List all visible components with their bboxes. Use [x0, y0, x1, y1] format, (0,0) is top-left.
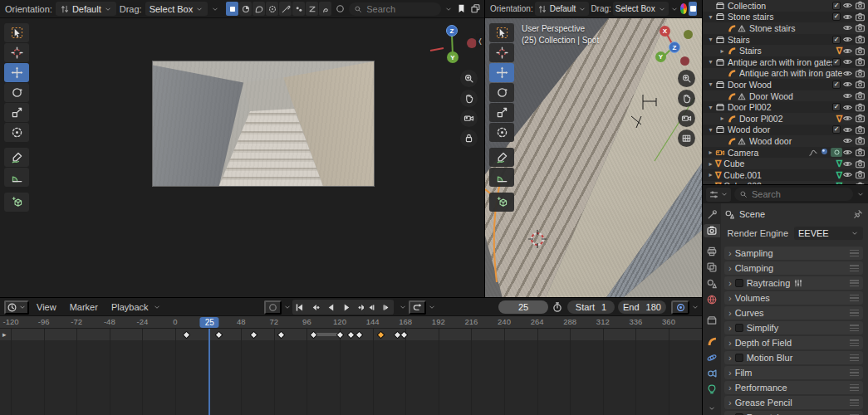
playhead-frame-badge[interactable]: 25	[200, 317, 219, 328]
gizmo-axis-z[interactable]: Z	[669, 42, 680, 53]
loop-button[interactable]	[409, 300, 426, 315]
render-visibility-icon[interactable]	[855, 135, 866, 146]
render-visibility-icon[interactable]	[855, 0, 866, 11]
collection-checkbox[interactable]: ✓	[832, 36, 841, 44]
annotate-tool[interactable]	[4, 148, 29, 167]
panel-freestyle[interactable]: ›Freestyle	[724, 411, 863, 415]
move-tool[interactable]	[4, 63, 29, 82]
eye-icon[interactable]	[842, 46, 853, 56]
viewport-left-canvas[interactable]: Z Y ❬	[0, 18, 484, 297]
add-cube-tool[interactable]	[489, 193, 514, 212]
gizmo-axis-y[interactable]: Y	[447, 51, 459, 63]
orientation-dropdown[interactable]: Default	[56, 2, 116, 16]
outliner-row[interactable]: ▸∇Cube.001∇	[703, 169, 868, 181]
measure-tool[interactable]	[4, 168, 29, 187]
add-cube-tool[interactable]	[4, 193, 29, 212]
nabla-green-icon[interactable]: ∇	[836, 159, 842, 168]
gizmo-axis-z[interactable]: Z	[446, 25, 458, 37]
camera-view-button[interactable]	[460, 110, 478, 127]
gizmo-axis-y-neg[interactable]	[684, 30, 693, 39]
render-visibility-icon[interactable]	[855, 68, 866, 79]
panel-drag-handle[interactable]	[850, 280, 859, 286]
rotate-tool[interactable]	[4, 83, 29, 102]
render-visibility-icon[interactable]	[855, 79, 866, 90]
render-visibility-icon[interactable]	[855, 46, 866, 56]
panel-motion-blur[interactable]: ›Motion Blur	[724, 351, 863, 364]
timeline-tracks[interactable]: ▸	[0, 329, 702, 415]
camera-view-button[interactable]	[678, 110, 695, 127]
select-box-tool[interactable]	[489, 23, 514, 42]
outliner-row[interactable]: Antique arch with iron gates	[703, 68, 868, 80]
object-mode-icon[interactable]	[226, 2, 238, 16]
timeline-ruler[interactable]: -120-96-72-48-24048729612014416819221624…	[0, 316, 702, 329]
menu-marker[interactable]: Marker	[64, 302, 104, 312]
eye-icon[interactable]	[842, 34, 853, 45]
render-visibility-icon[interactable]	[855, 12, 866, 22]
panel-grease-pencil[interactable]: ›Grease Pencil	[724, 396, 863, 409]
outliner-row[interactable]: Stone stairs	[703, 22, 868, 34]
eye-icon[interactable]	[842, 79, 853, 90]
panel-checkbox[interactable]	[735, 354, 743, 362]
particle-edit-mode-icon[interactable]	[306, 2, 318, 16]
timeline-editor-type-button[interactable]	[4, 300, 29, 315]
panel-drag-handle[interactable]	[850, 339, 859, 346]
tab-tool[interactable]	[704, 208, 720, 221]
outliner-row[interactable]: ▸∇Cube∇	[703, 158, 868, 169]
render-engine-dropdown[interactable]: EEVEE	[794, 227, 863, 240]
expander-open-icon[interactable]: ▾	[706, 126, 715, 134]
navigation-gizmo[interactable]: Z Y	[429, 20, 480, 71]
eye-icon[interactable]	[842, 12, 853, 22]
grid-button[interactable]	[678, 129, 695, 147]
playhead-line[interactable]	[208, 329, 210, 415]
pan-button[interactable]	[460, 90, 478, 107]
collection-checkbox[interactable]: ✓	[832, 81, 841, 89]
expander-closed-icon[interactable]: ▸	[706, 171, 715, 178]
keying-set-button[interactable]	[671, 300, 689, 315]
eye-icon[interactable]	[842, 56, 853, 67]
render-visibility-icon[interactable]	[855, 113, 866, 124]
expander-open-icon[interactable]: ▾	[706, 13, 715, 21]
vertex-paint-mode-icon[interactable]	[266, 2, 278, 16]
expander-closed-icon[interactable]: ▸	[718, 115, 727, 122]
pose-mode-icon[interactable]	[319, 2, 331, 16]
panel-drag-handle[interactable]	[850, 354, 859, 361]
frame-prev-button[interactable]	[364, 300, 378, 315]
eye-icon[interactable]	[842, 22, 853, 33]
nabla-orange-icon[interactable]: ∇	[836, 115, 842, 123]
panel-checkbox[interactable]	[735, 324, 743, 332]
panel-depth-of-field[interactable]: ›Depth of Field	[724, 336, 863, 349]
end-frame-field[interactable]: End 180	[618, 300, 666, 314]
eye-icon[interactable]	[842, 135, 853, 146]
proportional-falloff-icon[interactable]	[335, 3, 346, 14]
outliner-row[interactable]: ▾Wood door✓	[703, 124, 868, 136]
viewport-search[interactable]	[349, 2, 441, 16]
expander-open-icon[interactable]: ▾	[706, 81, 715, 88]
render-visibility-icon[interactable]	[855, 124, 866, 135]
texture-mode-icon[interactable]	[239, 2, 252, 16]
auto-keying-button[interactable]	[264, 300, 282, 315]
render-visibility-icon[interactable]	[855, 169, 866, 180]
gizmo-axis-y[interactable]: Y	[655, 51, 666, 62]
chevron-down-icon[interactable]	[856, 190, 865, 198]
sidebar-collapse-arrow[interactable]: ❬	[476, 33, 484, 48]
rotate-tool[interactable]	[489, 83, 514, 102]
jump-to-prev-keyframe-button[interactable]	[308, 300, 322, 315]
collection-checkbox[interactable]: ✓	[832, 12, 841, 21]
panel-sampling[interactable]: ›Sampling	[724, 247, 863, 260]
collection-checkbox[interactable]: ✓	[832, 125, 841, 134]
drag-mode-dropdown[interactable]: Select Box	[613, 2, 669, 16]
render-visibility-icon[interactable]	[855, 22, 866, 33]
select-box-tool[interactable]	[4, 23, 29, 42]
expander-closed-icon[interactable]: ▸	[718, 47, 727, 55]
tab-view-layer[interactable]	[704, 261, 720, 274]
properties-search[interactable]	[734, 188, 853, 201]
render-visibility-icon[interactable]	[855, 102, 866, 113]
panel-drag-handle[interactable]	[850, 384, 859, 391]
start-frame-field[interactable]: Start 1	[567, 300, 615, 314]
outliner-row[interactable]: Door Wood	[703, 90, 868, 102]
eye-icon[interactable]	[842, 90, 853, 101]
expander-closed-icon[interactable]: ▸	[706, 160, 715, 168]
render-visibility-icon[interactable]	[855, 90, 866, 101]
weight-paint-mode-icon[interactable]	[292, 2, 305, 16]
panel-drag-handle[interactable]	[850, 399, 859, 406]
